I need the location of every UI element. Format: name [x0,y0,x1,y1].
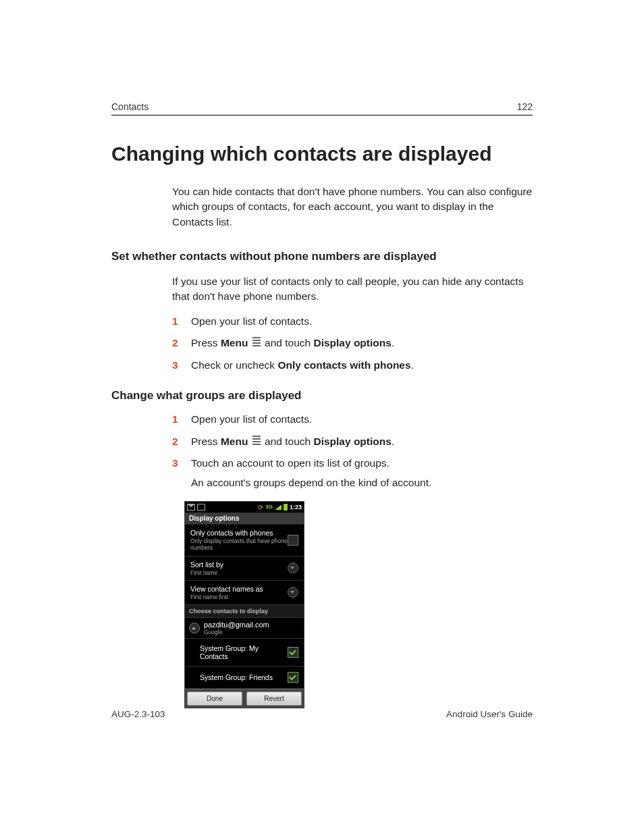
statusbar-time: 1:23 [290,504,302,511]
section2-steps: 1 Open your list of contacts. 2 Press Me… [172,412,533,471]
step-text-a: Press [191,436,221,447]
section2-step3-subtext: An account's groups depend on the kind o… [191,475,533,490]
section2-step3: 3 Touch an account to open its list of g… [172,456,533,471]
expand-icon [189,623,200,633]
done-button: Done [187,692,242,706]
phone-row-only-contacts: Only contacts with phones Only display c… [185,525,304,556]
mail-icon [187,504,195,511]
step-text-c: and touch [265,337,313,348]
signal-bars-icon [275,504,281,510]
step-text-d: Display options [313,337,391,348]
header-section: Contacts [111,101,149,112]
phone-statusbar: ⟳ 3G 1:23 [185,502,304,513]
section1-step1: 1 Open your list of contacts. [172,314,533,329]
menu-icon [252,336,261,348]
row-title: Sort list by [190,561,288,569]
group-label: System Group: My Contacts [200,644,288,660]
row-subtitle: First name first [190,594,288,600]
checkbox-checked-icon [288,672,298,683]
intro-paragraph: You can hide contacts that don't have ph… [172,184,533,230]
section1-text: If you use your list of contacts only to… [172,274,533,305]
header-page-number: 122 [517,101,533,112]
section2-step1: 1 Open your list of contacts. [172,412,533,427]
step-text-e: . [392,436,394,447]
phone-titlebar: Display options [185,513,304,525]
footer-right: Android User's Guide [446,709,533,719]
group-label: System Group: Friends [200,673,273,681]
phone-screenshot: ⟳ 3G 1:23 Display options Only contacts … [184,501,304,708]
checkbox-checked-icon [288,647,298,658]
step-text-a: Press [191,337,221,348]
phone-account-row: pazditu@gmail.com Google [185,618,304,639]
checkbox-unchecked-icon [288,535,298,546]
document-page: Contacts 122 Changing which contacts are… [0,0,644,834]
page-footer: AUG-2.3-103 Android User's Guide [111,709,533,719]
network-3g-icon: 3G [265,504,273,510]
account-type: Google [204,629,269,635]
dropdown-icon [288,563,298,573]
row-subtitle: Only display contacts that have phone nu… [190,538,288,551]
step-text-c: and touch [265,436,313,447]
page-title: Changing which contacts are displayed [111,142,533,165]
section2-heading: Change what groups are displayed [111,389,533,402]
dropdown-icon [288,587,298,598]
row-title: Only contacts with phones [190,529,288,537]
footer-left: AUG-2.3-103 [111,709,165,719]
battery-icon [284,504,288,511]
phone-choose-header: Choose contacts to display [185,605,304,618]
step-text: Open your list of contacts. [191,413,312,425]
notification-icon [197,504,205,511]
step-text-e: . [392,337,394,348]
step-text-c: . [411,359,414,371]
step-text-b: Menu [221,436,248,447]
section1-steps: 1 Open your list of contacts. 2 Press Me… [172,314,533,373]
row-title: View contact names as [190,585,288,593]
step-text-b: Only contacts with phones [277,359,410,371]
account-name: pazditu@gmail.com [204,621,269,629]
running-header: Contacts 122 [111,101,533,115]
sync-icon: ⟳ [258,504,263,511]
step-text-a: Check or uncheck [191,359,277,371]
section2-step2: 2 Press Menu and touch Display options. [172,434,533,449]
step-text: Touch an account to open its list of gro… [191,457,390,469]
row-subtitle: First name [190,569,288,576]
phone-row-view-names: View contact names as First name first [185,581,304,605]
section1-step3: 3 Check or uncheck Only contacts with ph… [172,358,533,373]
phone-group-my-contacts: System Group: My Contacts [185,639,304,667]
step-text-b: Menu [221,337,248,348]
step-text: Open your list of contacts. [191,315,312,327]
section1-heading: Set whether contacts without phone numbe… [111,250,533,263]
revert-button: Revert [246,692,302,706]
phone-button-bar: Done Revert [185,689,304,708]
menu-icon [252,434,261,446]
phone-group-friends: System Group: Friends [185,667,304,689]
section1-step2: 2 Press Menu and touch Display options. [172,336,533,350]
phone-row-sort: Sort list by First name [185,556,304,581]
step-text-d: Display options [313,436,391,447]
